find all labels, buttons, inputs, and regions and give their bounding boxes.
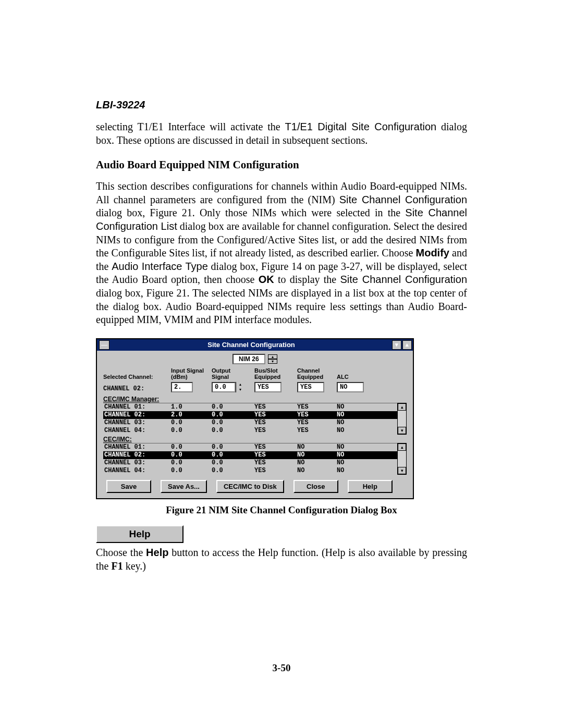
list-row[interactable]: CHANNEL 03:0.00.0YESYESNO: [103, 419, 397, 427]
intro-pre: selecting T1/E1 Interface will activate …: [96, 121, 285, 132]
help-a: Choose the: [96, 547, 146, 558]
p1g: dialog box, Figure 21. The selected NIMs…: [96, 287, 467, 325]
help-key: F1: [111, 560, 123, 572]
intro-sans-1: T1/E1 Digital Site Configuration: [285, 121, 437, 132]
p1-modify: Modify: [416, 247, 449, 258]
scrollbar[interactable]: ▴ ▾: [397, 443, 407, 475]
scroll-up-icon[interactable]: ▴: [398, 403, 406, 411]
scroll-down-icon[interactable]: ▾: [398, 467, 406, 474]
intro-paragraph: selecting T1/E1 Interface will activate …: [96, 120, 467, 147]
hdr-input: Input Signal (dBm): [171, 367, 212, 380]
hdr-bus: Bus/Slot Equipped: [254, 367, 297, 380]
p1b: dialog box, Figure 21. Only those NIMs w…: [96, 207, 405, 218]
spinner-up-icon[interactable]: ▴: [268, 354, 277, 359]
alc-field[interactable]: NO: [337, 382, 364, 392]
hdr-selected: Selected Channel:: [103, 374, 171, 380]
output-spinner[interactable]: ▴▾: [236, 382, 244, 392]
p1f: to display the: [274, 274, 340, 285]
nim-selector[interactable]: NIM 26: [232, 354, 265, 364]
save-button[interactable]: Save: [106, 480, 151, 493]
help-button-dialog[interactable]: Help: [348, 480, 393, 493]
help-paragraph: Choose the Help button to access the Hel…: [96, 546, 467, 573]
system-menu-icon[interactable]: —: [99, 340, 109, 350]
help-bold: Help: [146, 547, 168, 558]
close-button[interactable]: Close: [293, 480, 338, 493]
chevron-down-icon[interactable]: ▾: [236, 387, 244, 392]
output-signal-field[interactable]: 0.0: [212, 382, 236, 392]
figure-caption: Figure 21 NIM Site Channel Configuration…: [96, 504, 467, 516]
list-row[interactable]: CHANNEL 04:0.00.0YESYESNO: [103, 427, 397, 435]
document-id: LBI-39224: [96, 99, 467, 111]
dialog-titlebar: — Site Channel Configuration ▾ ▴: [97, 339, 413, 351]
cecimc-manager-label: CEC/IMC Manager:: [103, 396, 407, 403]
scrollbar[interactable]: ▴ ▾: [397, 403, 407, 435]
channel-equipped-field[interactable]: YES: [297, 382, 324, 392]
help-button-illustration: Help: [96, 525, 183, 543]
site-channel-config-dialog: — Site Channel Configuration ▾ ▴ NIM 26 …: [96, 338, 414, 499]
minimize-icon[interactable]: ▾: [392, 340, 401, 350]
list-row[interactable]: CHANNEL 03:0.00.0YESNONO: [103, 459, 397, 467]
page-number: 3-50: [0, 662, 563, 674]
maximize-icon[interactable]: ▴: [402, 340, 412, 350]
selected-channel-label: CHANNEL 02:: [103, 385, 171, 392]
p1-sans1: Site Channel Configuration: [339, 194, 467, 205]
chevron-up-icon[interactable]: ▴: [236, 382, 244, 387]
body-paragraph: This section describes configurations fo…: [96, 180, 467, 327]
scroll-up-icon[interactable]: ▴: [398, 443, 406, 451]
manager-listbox[interactable]: CHANNEL 01:1.00.0YESYESNOCHANNEL 02:2.00…: [103, 403, 407, 435]
hdr-output: Output Signal: [212, 367, 254, 380]
spinner-down-icon[interactable]: ▾: [268, 359, 277, 364]
list-row[interactable]: CHANNEL 02:2.00.0YESYESNO: [103, 411, 397, 419]
cecimc-to-disk-button[interactable]: CEC/IMC to Disk: [216, 480, 284, 493]
list-row[interactable]: CHANNEL 01:0.00.0YESNONO: [103, 443, 397, 451]
scroll-track[interactable]: [398, 451, 406, 467]
input-signal-field[interactable]: 2.: [171, 382, 193, 392]
hdr-alc: ALC: [337, 374, 373, 380]
bus-slot-field[interactable]: YES: [254, 382, 282, 392]
save-as-button[interactable]: Save As...: [161, 480, 207, 493]
list-row[interactable]: CHANNEL 04:0.00.0YESNONO: [103, 467, 397, 475]
help-c: key.): [123, 560, 146, 572]
hdr-channel: Channel Equipped: [297, 367, 337, 380]
nim-spinner[interactable]: ▴ ▾: [268, 354, 277, 364]
section-heading: Audio Board Equipped NIM Configuration: [96, 158, 467, 171]
scroll-down-icon[interactable]: ▾: [398, 427, 406, 434]
p1-sans3: Audio Interface Type: [112, 261, 208, 272]
p1-sans4: Site Channel Configuration: [340, 274, 467, 285]
p1-ok: OK: [259, 274, 274, 285]
list-row[interactable]: CHANNEL 02:0.00.0YESNONO: [103, 451, 397, 459]
dialog-title: Site Channel Configuration: [112, 341, 391, 349]
list-row[interactable]: CHANNEL 01:1.00.0YESYESNO: [103, 403, 397, 411]
cecimc-label: CEC/IMC:: [103, 436, 407, 443]
cecimc-listbox[interactable]: CHANNEL 01:0.00.0YESNONOCHANNEL 02:0.00.…: [103, 443, 407, 475]
scroll-track[interactable]: [398, 411, 406, 427]
